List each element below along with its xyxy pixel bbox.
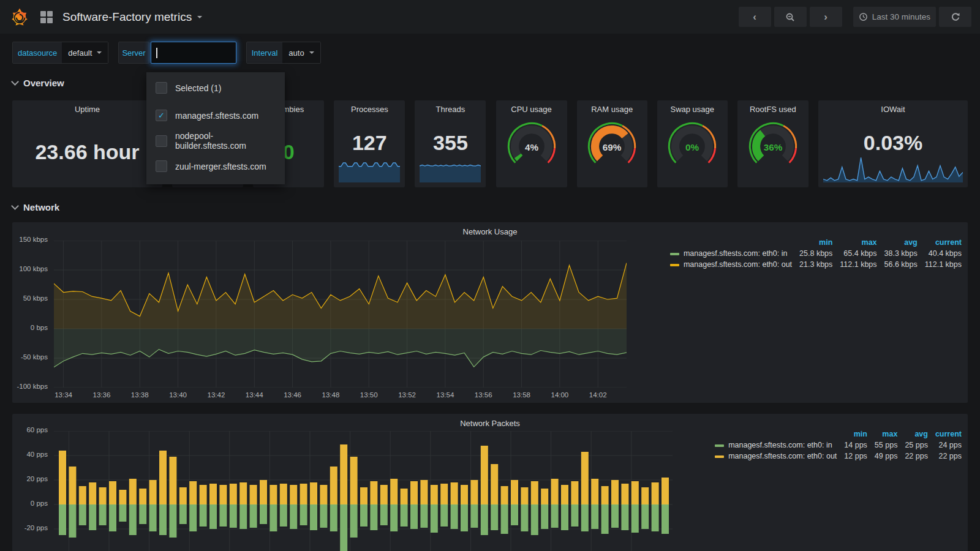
legend-series-name[interactable]: managesf.sftests.com: eth0: in: [707, 440, 837, 451]
svg-text:69%: 69%: [603, 142, 622, 152]
legend-value: 40.4 kbps: [918, 248, 962, 259]
legend-header[interactable]: max: [832, 237, 876, 248]
grafana-dashboard: Software-Factory metrics ‹ › Last 30 min…: [0, 0, 980, 551]
navbar-controls: ‹ › Last 30 minutes: [739, 7, 971, 27]
uptime-value: 23.66 hour: [12, 117, 162, 187]
legend-header[interactable]: max: [867, 429, 898, 440]
dashboard-title-text: Software-Factory metrics: [62, 10, 192, 24]
text-cursor: [156, 48, 157, 58]
time-range-button[interactable]: Last 30 minutes: [853, 7, 936, 27]
panel-title[interactable]: Processes: [334, 100, 405, 117]
panel-title[interactable]: CPU usage: [496, 100, 567, 117]
x-axis-label: 13:48: [318, 391, 343, 399]
panel-processes: Processes 127: [334, 100, 405, 187]
time-forward-button[interactable]: ›: [810, 7, 842, 27]
legend-value: 38.3 kbps: [877, 248, 918, 259]
x-axis-label: 13:34: [51, 391, 76, 399]
legend-header[interactable]: current: [918, 237, 962, 248]
checkbox-icon[interactable]: [156, 82, 167, 94]
legend-value: 49 pps: [867, 451, 898, 462]
variable-datasource: datasource default: [12, 42, 108, 64]
y-axis-label: 0 pps: [12, 500, 48, 507]
x-axis-label: 13:52: [395, 391, 420, 399]
legend-series-name[interactable]: managesf.sftests.com: eth0: out: [663, 259, 792, 270]
legend-series-name[interactable]: managesf.sftests.com: eth0: in: [663, 248, 792, 259]
variable-datasource-value[interactable]: default: [62, 42, 108, 63]
legend-header[interactable]: avg: [877, 237, 918, 248]
legend-value: 56.6 kbps: [877, 259, 918, 270]
legend-swatch: [715, 455, 724, 458]
network-usage-chart: 150 kbps100 kbps50 kbps0 bps-50 kbps-100…: [12, 222, 968, 403]
x-axis-label: 13:58: [510, 391, 534, 399]
clock-icon: [859, 12, 868, 21]
refresh-icon: [951, 12, 960, 22]
variable-interval-value[interactable]: auto: [282, 42, 320, 63]
x-axis-label: 13:38: [127, 391, 152, 399]
panel-network-packets: Network Packets 60 pps40 pps20 pps0 pps-…: [12, 414, 968, 551]
panel-cpu-usage: CPU usage 4%: [496, 100, 567, 187]
y-axis-label: 100 kbps: [12, 265, 48, 272]
legend-header[interactable]: avg: [897, 429, 928, 440]
panel-title[interactable]: RootFS used: [737, 100, 809, 117]
refresh-button[interactable]: [939, 7, 971, 27]
legend-value: 112.1 kbps: [918, 259, 962, 270]
network-usage-plot: [54, 241, 627, 388]
legend-row: managesf.sftests.com: eth0: out12 pps49 …: [707, 451, 962, 462]
x-axis-label: 13:50: [356, 391, 381, 399]
panel-title[interactable]: RAM usage: [577, 100, 647, 117]
legend-header[interactable]: min: [792, 237, 832, 248]
dropdown-option-zuul-merger[interactable]: zuul-merger.sftests.com: [146, 156, 285, 177]
panel-threads: Threads 355: [415, 100, 486, 187]
legend-series-name[interactable]: managesf.sftests.com: eth0: out: [707, 451, 837, 462]
dropdown-selected-summary[interactable]: Selected (1): [146, 77, 285, 99]
y-axis-label: 0 bps: [12, 324, 48, 331]
legend-swatch: [715, 444, 724, 447]
swap-gauge: 0%: [658, 117, 726, 171]
panel-network-usage: Network Usage 150 kbps100 kbps50 kbps0 b…: [12, 222, 968, 403]
panel-title[interactable]: Swap usage: [657, 100, 728, 117]
svg-text:36%: 36%: [764, 142, 783, 152]
zoom-out-icon: [785, 12, 795, 22]
legend-header[interactable]: current: [928, 429, 962, 440]
panel-title[interactable]: IOWait: [818, 100, 968, 117]
rootfs-gauge: 36%: [739, 117, 807, 171]
legend-value: 21.3 kbps: [792, 259, 832, 270]
dashboard-title[interactable]: Software-Factory metrics: [62, 10, 202, 24]
section-network[interactable]: Network: [0, 196, 980, 219]
legend-value: 24 pps: [928, 440, 962, 451]
dropdown-option-managesf[interactable]: ✓ managesf.sftests.com: [146, 105, 285, 126]
sparkline: [823, 154, 963, 182]
legend-header[interactable]: min: [837, 429, 867, 440]
grafana-logo-icon[interactable]: [10, 7, 29, 27]
panel-iowait: IOWait 0.03%: [818, 100, 968, 187]
legend-swatch: [670, 253, 679, 255]
legend-value: 55 pps: [867, 440, 898, 451]
checkbox-checked-icon[interactable]: ✓: [156, 110, 167, 121]
chevron-down-icon: [97, 51, 102, 54]
variable-server-label: Server: [119, 42, 148, 63]
checkbox-icon[interactable]: [156, 160, 167, 172]
chevron-down-icon: [197, 16, 202, 18]
panel-title[interactable]: Threads: [415, 100, 486, 117]
legend-swatch: [670, 264, 679, 266]
zoom-out-button[interactable]: [774, 7, 807, 27]
x-axis-label: 13:54: [433, 391, 458, 399]
panel-title[interactable]: Uptime: [12, 100, 162, 117]
panel-ram-usage: RAM usage 69%: [577, 100, 647, 187]
y-axis-label: 150 kbps: [12, 236, 48, 243]
y-axis-label: -100 kbps: [12, 383, 48, 390]
chart-legend: minmaxavgcurrentmanagesf.sftests.com: et…: [663, 237, 962, 270]
dropdown-option-nodepool-builder[interactable]: nodepool-builder.sftests.com: [146, 126, 285, 156]
legend-value: 25.8 kbps: [792, 248, 832, 259]
checkbox-icon[interactable]: [156, 135, 167, 147]
variable-server: Server: [118, 42, 149, 64]
server-filter-input[interactable]: [151, 42, 236, 64]
legend-value: 12 pps: [837, 451, 867, 462]
chevron-down-icon: [309, 51, 314, 54]
chart-legend: minmaxavgcurrentmanagesf.sftests.com: et…: [707, 429, 962, 462]
y-axis-label: 60 pps: [12, 426, 48, 433]
time-back-button[interactable]: ‹: [739, 7, 771, 27]
dashboard-grid-icon[interactable]: [40, 11, 53, 23]
chevron-down-icon: [11, 78, 19, 86]
x-axis-label: 13:42: [204, 391, 228, 399]
